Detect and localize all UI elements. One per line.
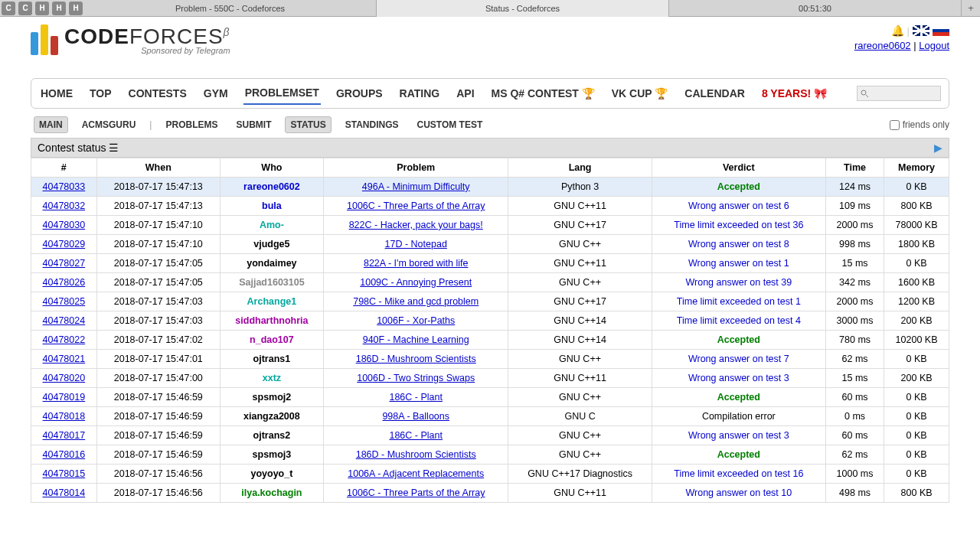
nav-calendar[interactable]: CALENDAR bbox=[683, 83, 746, 104]
submission-id-link[interactable]: 40478020 bbox=[43, 373, 86, 383]
subnav-main[interactable]: MAIN bbox=[34, 116, 68, 133]
submission-id-link[interactable]: 40478030 bbox=[43, 220, 86, 230]
nav-contests[interactable]: CONTESTS bbox=[127, 83, 188, 104]
lang-ru-icon[interactable] bbox=[933, 25, 949, 36]
submission-id-link[interactable]: 40478033 bbox=[43, 181, 86, 192]
subnav-acmsguru[interactable]: ACMSGURU bbox=[77, 117, 141, 132]
nav-ms-q-contest-[interactable]: MS Q# CONTEST 🏆 bbox=[490, 83, 596, 104]
nav-rating[interactable]: RATING bbox=[398, 83, 442, 104]
search-input[interactable] bbox=[857, 86, 941, 101]
user-link[interactable]: ojtrans1 bbox=[253, 354, 291, 364]
user-link[interactable]: siddharthnohria bbox=[235, 315, 308, 326]
problem-link[interactable]: 186D - Mushroom Scientists bbox=[356, 449, 476, 460]
user-link[interactable]: yondaimey bbox=[247, 258, 296, 269]
verdict-text: Time limit exceeded on test 1 bbox=[677, 296, 801, 307]
problem-link[interactable]: 186D - Mushroom Scientists bbox=[356, 354, 476, 364]
problem-link[interactable]: 822C - Hacker, pack your bags! bbox=[349, 220, 483, 230]
nav-8years[interactable]: 8 YEARS! 🎀 bbox=[760, 83, 828, 104]
favicon-c[interactable]: C bbox=[2, 2, 15, 15]
submission-id-link[interactable]: 40478022 bbox=[43, 334, 86, 345]
cell-lang: GNU C++ bbox=[508, 426, 652, 445]
favicon-h[interactable]: H bbox=[35, 2, 49, 15]
list-icon[interactable]: ☰ bbox=[109, 142, 119, 154]
user-link[interactable]: Amo- bbox=[260, 220, 284, 230]
favicon-h[interactable]: H bbox=[69, 2, 83, 15]
submission-id-link[interactable]: 40478015 bbox=[43, 468, 86, 479]
user-link[interactable]: n_dao107 bbox=[250, 334, 294, 345]
submission-id-link[interactable]: 40478032 bbox=[43, 201, 86, 211]
submission-id-link[interactable]: 40478017 bbox=[43, 430, 86, 441]
problem-link[interactable]: 798C - Mike and gcd problem bbox=[353, 296, 479, 307]
user-link[interactable]: Sajjad1603105 bbox=[239, 277, 305, 288]
lang-en-icon[interactable] bbox=[913, 25, 929, 36]
cell-memory: 800 KB bbox=[884, 197, 949, 216]
new-tab-button[interactable]: + bbox=[962, 2, 980, 14]
browser-tab-status[interactable]: Status - Codeforces bbox=[377, 0, 669, 17]
nav-vk-cup-[interactable]: VK CUP 🏆 bbox=[610, 83, 670, 104]
submission-id-link[interactable]: 40478024 bbox=[43, 315, 86, 326]
submission-id-link[interactable]: 40478016 bbox=[43, 449, 86, 460]
nav-home[interactable]: HOME bbox=[39, 83, 74, 104]
notification-bell-icon[interactable]: 🔔 bbox=[891, 24, 904, 37]
nav-problemset[interactable]: PROBLEMSET bbox=[243, 82, 321, 105]
problem-link[interactable]: 17D - Notepad bbox=[385, 239, 447, 249]
submission-id-link[interactable]: 40478021 bbox=[43, 354, 86, 364]
submission-id-link[interactable]: 40478026 bbox=[43, 277, 86, 288]
submission-id-link[interactable]: 40478019 bbox=[43, 392, 86, 403]
cell-memory: 800 KB bbox=[884, 484, 949, 503]
favicon-h[interactable]: H bbox=[52, 2, 66, 15]
subnav-submit[interactable]: SUBMIT bbox=[231, 117, 276, 132]
subnav-status[interactable]: STATUS bbox=[285, 116, 331, 133]
problem-link[interactable]: 1006C - Three Parts of the Array bbox=[347, 201, 485, 211]
problem-link[interactable]: 822A - I'm bored with life bbox=[364, 258, 468, 269]
problem-link[interactable]: 186C - Plant bbox=[389, 392, 442, 403]
problem-link[interactable]: 998A - Balloons bbox=[382, 411, 449, 422]
site-logo[interactable]: CODEFORCESβ Sponsored by Telegram bbox=[31, 24, 230, 55]
subnav-problems[interactable]: PROBLEMS bbox=[161, 117, 222, 132]
submission-id-link[interactable]: 40478014 bbox=[43, 487, 86, 498]
username-link[interactable]: rareone0602 bbox=[854, 40, 911, 51]
cell-lang: Python 3 bbox=[508, 178, 652, 197]
submission-id-link[interactable]: 40478029 bbox=[43, 239, 86, 249]
submission-id-link[interactable]: 40478018 bbox=[43, 411, 86, 422]
problem-link[interactable]: 496A - Minimum Difficulty bbox=[362, 181, 470, 192]
problem-link[interactable]: 1006D - Two Strings Swaps bbox=[357, 373, 475, 383]
user-link[interactable]: xxtz bbox=[263, 373, 281, 383]
logout-link[interactable]: Logout bbox=[919, 40, 949, 51]
user-link[interactable]: vjudge5 bbox=[253, 239, 289, 249]
friends-only-checkbox[interactable] bbox=[890, 120, 900, 130]
cell-lang: GNU C++17 Diagnostics bbox=[508, 465, 652, 484]
friends-only-toggle[interactable]: friends only bbox=[890, 119, 949, 130]
user-link[interactable]: spsmoj3 bbox=[253, 449, 292, 460]
cell-when: 2018-07-17 15:46:59 bbox=[96, 388, 220, 407]
nav-groups[interactable]: GROUPS bbox=[335, 83, 384, 104]
user-link[interactable]: rareone0602 bbox=[243, 181, 300, 192]
problem-link[interactable]: 1006F - Xor-Paths bbox=[377, 315, 455, 326]
user-link[interactable]: spsmoj2 bbox=[253, 392, 292, 403]
user-link[interactable]: Archange1 bbox=[247, 296, 297, 307]
favicon-c[interactable]: C bbox=[18, 2, 32, 15]
browser-tab-problem[interactable]: Problem - 550C - Codeforces bbox=[84, 0, 377, 17]
user-link[interactable]: bula bbox=[262, 201, 282, 211]
submission-id-link[interactable]: 40478025 bbox=[43, 296, 86, 307]
subnav-standings[interactable]: STANDINGS bbox=[341, 117, 403, 132]
problem-link[interactable]: 1006C - Three Parts of the Array bbox=[347, 487, 485, 498]
table-row: 404780192018-07-17 15:46:59spsmoj2186C -… bbox=[31, 388, 949, 407]
problem-link[interactable]: 186C - Plant bbox=[389, 430, 442, 441]
nav-api[interactable]: API bbox=[455, 83, 475, 104]
subnav-custom-test[interactable]: CUSTOM TEST bbox=[412, 117, 487, 132]
user-link[interactable]: yoyoyo_t bbox=[250, 468, 292, 479]
cell-when: 2018-07-17 15:47:13 bbox=[96, 178, 220, 197]
user-link[interactable]: xiangza2008 bbox=[243, 411, 300, 422]
cell-memory: 0 KB bbox=[884, 445, 949, 465]
cell-memory: 1800 KB bbox=[884, 235, 949, 254]
problem-link[interactable]: 1009C - Annoying Present bbox=[360, 277, 472, 288]
nav-top[interactable]: TOP bbox=[88, 83, 113, 104]
expand-arrow-icon[interactable]: ▶ bbox=[934, 142, 942, 154]
nav-gym[interactable]: GYM bbox=[202, 83, 230, 104]
problem-link[interactable]: 1006A - Adjacent Replacements bbox=[348, 468, 484, 479]
problem-link[interactable]: 940F - Machine Learning bbox=[363, 334, 469, 345]
submission-id-link[interactable]: 40478027 bbox=[43, 258, 86, 269]
user-link[interactable]: ilya.kochagin bbox=[241, 487, 302, 498]
user-link[interactable]: ojtrans2 bbox=[253, 430, 291, 441]
